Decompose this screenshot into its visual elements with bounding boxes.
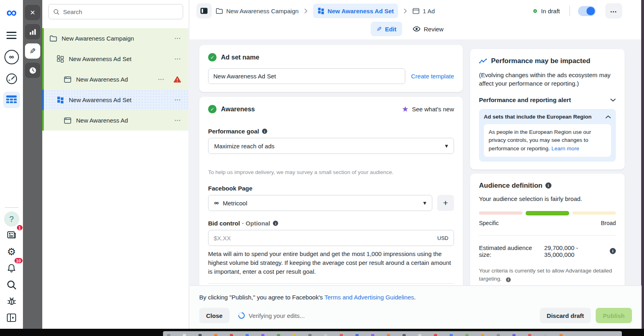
expand-panel-icon[interactable] <box>4 309 20 326</box>
terms-link[interactable]: Terms and Advertising Guidelines <box>324 294 414 301</box>
check-circle-icon <box>208 53 217 61</box>
bug-report-icon[interactable] <box>4 293 20 309</box>
search-rail-icon[interactable] <box>4 277 20 293</box>
draft-status-label: In draft <box>541 8 560 14</box>
breadcrumb-campaign[interactable]: New Awareness Campaign <box>216 8 299 14</box>
more-options-icon[interactable] <box>158 77 165 82</box>
close-panel-button[interactable] <box>25 5 40 20</box>
currency-label: USD <box>438 235 448 241</box>
performance-goal-select[interactable]: Maximize reach of ads <box>208 138 454 154</box>
create-template-link[interactable]: Create template <box>411 73 454 80</box>
history-button[interactable] <box>25 63 40 78</box>
facebook-page-select[interactable]: Metricool <box>208 195 432 211</box>
caret-down-icon <box>445 142 448 150</box>
info-icon[interactable] <box>545 182 551 188</box>
tree-item-ad-1[interactable]: New Awareness Ad <box>42 69 188 90</box>
bid-control-input[interactable] <box>214 235 438 242</box>
header-more-button[interactable] <box>605 3 622 18</box>
collapse-sidebar-button[interactable] <box>196 3 212 18</box>
breadcrumb-ad[interactable]: 1 Ad <box>413 8 435 14</box>
notifications-bell-icon[interactable]: 10 <box>4 260 20 276</box>
charts-button[interactable] <box>25 24 40 39</box>
breadcrumb-adset-active[interactable]: New Awareness Ad Set <box>313 4 398 18</box>
updates-icon[interactable]: 1 <box>4 227 20 243</box>
disclaimer-prefix: By clicking "Publish," you agree to Face… <box>199 294 324 301</box>
caret-down-icon <box>423 199 426 207</box>
verifying-status: Verifying your edits... <box>249 312 305 319</box>
breadcrumb-adset-label: New Awareness Ad Set <box>328 8 394 14</box>
check-circle-icon <box>208 105 217 113</box>
info-icon[interactable] <box>262 129 267 134</box>
window-scrollbar[interactable] <box>641 0 644 329</box>
info-icon[interactable] <box>506 277 511 282</box>
adset-grid-icon <box>318 7 324 14</box>
publish-disclaimer: By clicking "Publish," you agree to Face… <box>199 294 632 301</box>
menu-icon[interactable] <box>4 27 20 43</box>
meta-logo[interactable] <box>4 3 20 22</box>
dashboard-gauge-icon[interactable] <box>4 71 20 87</box>
ads-manager-icon[interactable] <box>4 49 20 65</box>
reporting-alert-row[interactable]: Performance and reporting alert <box>479 96 616 103</box>
performance-card-title: Performance may be impacted <box>491 57 590 65</box>
rail-bottom-group: 1 10 <box>4 207 20 329</box>
breadcrumb-campaign-label: New Awareness Campaign <box>226 8 299 14</box>
ad-frame-icon <box>64 76 72 83</box>
chevron-up-icon <box>605 115 611 119</box>
eu-region-alert-box: Ad sets that include the European Region… <box>479 109 616 162</box>
learn-more-link[interactable]: Learn more <box>551 145 579 152</box>
tree-item-campaign[interactable]: New Awareness Campaign <box>42 28 188 49</box>
more-options-icon[interactable] <box>175 36 181 41</box>
estimated-size-value: 29,700,000 - 35,000,000 <box>544 244 606 258</box>
tab-review[interactable]: Review <box>409 22 448 36</box>
discard-draft-button[interactable]: Discard draft <box>540 308 591 323</box>
bar-chart-icon <box>29 29 37 35</box>
tab-edit[interactable]: Edit <box>371 22 402 36</box>
more-options-icon[interactable] <box>175 57 181 61</box>
search-input[interactable] <box>63 8 178 15</box>
dock[interactable] <box>163 331 622 336</box>
draft-status-icon <box>533 9 537 13</box>
audience-summary: Your audience selection is fairly broad. <box>479 195 616 202</box>
sidebar-toggle-icon <box>200 7 208 14</box>
draft-toggle[interactable] <box>578 6 596 16</box>
criteria-note: Your criteria is currently set to allow … <box>479 267 616 283</box>
tree-item-label: New Awareness Ad <box>76 76 158 83</box>
add-page-button[interactable]: + <box>437 195 454 211</box>
bid-control-label: Bid control <box>208 220 240 227</box>
tree-item-label: New Awareness Campaign <box>62 35 175 42</box>
tree-item-ad-2[interactable]: New Awareness Ad <box>42 110 188 131</box>
view-tabs: Edit Review <box>190 22 642 36</box>
gauge-segment-current <box>526 211 569 215</box>
tree-item-label: New Awareness Ad <box>76 117 175 124</box>
info-icon[interactable] <box>610 248 616 254</box>
folder-icon <box>216 8 223 14</box>
edit-pencil-button[interactable] <box>25 43 40 59</box>
help-icon[interactable] <box>4 211 19 227</box>
criteria-note-text: Your criteria is currently set to allow … <box>479 268 612 282</box>
see-whats-new-link[interactable]: See what's new <box>402 105 454 113</box>
publish-button[interactable]: Publish <box>596 308 632 323</box>
eu-region-header[interactable]: Ad sets that include the European Region <box>484 114 611 120</box>
tree-item-adset-1[interactable]: New Awareness Ad Set <box>42 49 188 69</box>
adset-name-card: Ad set name Create template <box>199 45 463 92</box>
more-options-icon[interactable] <box>175 98 181 102</box>
verifying-spinner <box>237 311 246 320</box>
close-icon <box>30 9 35 16</box>
tree-search-box[interactable] <box>48 4 183 19</box>
tree-item-adset-2-selected[interactable]: New Awareness Ad Set <box>42 90 188 110</box>
bid-help-text: Meta will aim to spend your entire budge… <box>208 250 454 276</box>
bid-control-field: USD <box>208 230 454 246</box>
info-icon[interactable] <box>273 221 278 226</box>
trend-chart-icon <box>479 58 487 64</box>
close-button[interactable]: Close <box>199 308 229 323</box>
facebook-page-value: Metricool <box>223 200 247 207</box>
more-options-icon[interactable] <box>175 118 181 123</box>
adset-name-title: Ad set name <box>221 54 259 61</box>
left-nav-rail: 1 10 <box>0 0 23 329</box>
reporting-alert-label: Performance and reporting alert <box>479 96 571 103</box>
awareness-title: Awareness <box>221 106 255 113</box>
divider <box>5 207 19 208</box>
adset-name-input[interactable] <box>208 68 405 84</box>
edit-toolbar <box>23 0 42 329</box>
campaigns-table-icon[interactable] <box>3 92 20 108</box>
